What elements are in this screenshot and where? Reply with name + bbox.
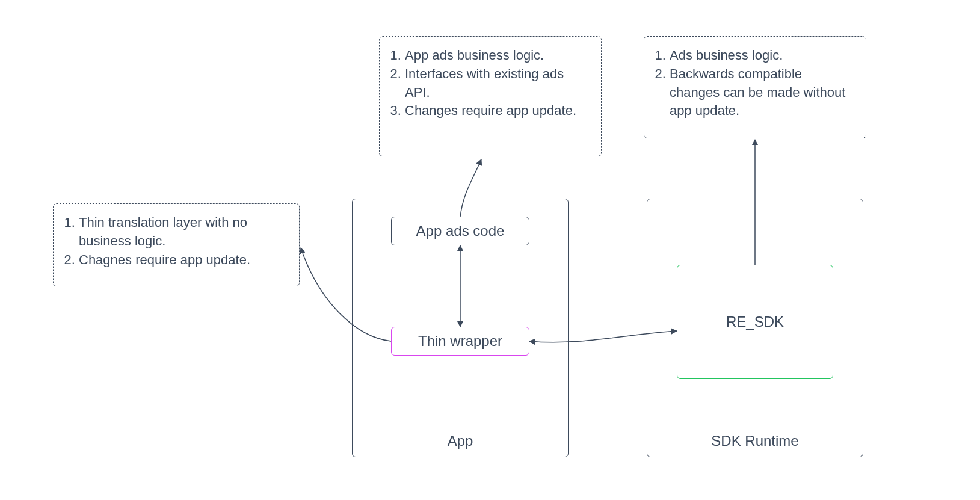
node-app-ads-code-label: App ads code xyxy=(416,223,505,239)
note-re-sdk: Ads business logic. Backwards compatible… xyxy=(644,36,866,138)
note-app-ads-code: App ads business logic. Interfaces with … xyxy=(379,36,602,156)
note-thin-wrapper: Thin translation layer with no business … xyxy=(53,203,300,286)
diagram-canvas: Thin translation layer with no business … xyxy=(0,0,980,500)
note-thin-wrapper-item-2: Chagnes require app update. xyxy=(79,251,288,270)
node-re-sdk-label: RE_SDK xyxy=(726,313,784,330)
container-sdk-runtime-label: SDK Runtime xyxy=(647,433,863,449)
node-app-ads-code: App ads code xyxy=(391,217,529,245)
note-app-ads-code-item-3: Changes require app update. xyxy=(405,102,590,120)
note-thin-wrapper-item-1: Thin translation layer with no business … xyxy=(79,214,288,251)
note-re-sdk-item-1: Ads business logic. xyxy=(670,46,855,65)
node-re-sdk: RE_SDK xyxy=(677,265,833,379)
note-re-sdk-item-2: Backwards compatible changes can be made… xyxy=(670,65,855,120)
node-thin-wrapper-label: Thin wrapper xyxy=(418,333,502,350)
container-app-label: App xyxy=(353,433,568,449)
note-app-ads-code-item-2: Interfaces with existing ads API. xyxy=(405,65,590,102)
note-app-ads-code-item-1: App ads business logic. xyxy=(405,46,590,65)
node-thin-wrapper: Thin wrapper xyxy=(391,327,529,356)
